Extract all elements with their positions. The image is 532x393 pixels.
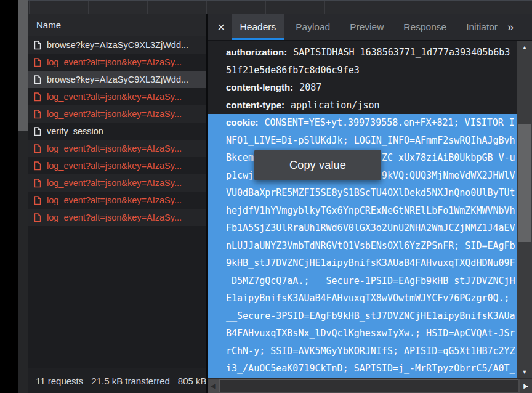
request-row[interactable]: log_event?alt=json&key=AIzaSy... — [28, 192, 206, 209]
header-value: NFO1_LIVE=Di-pSlUKdJk; LOGIN_INFO=AFmmF2… — [226, 135, 515, 146]
cookie-line: nLUJJaUNYZ3VmbTdNRGVtQ1VsbENsOXl6YzZPSnF… — [208, 237, 517, 255]
header-name: content-length: — [226, 82, 293, 92]
cookie-line: NFO1_LIVE=Di-pSlUKdJk; LOGIN_INFO=AFmmF2… — [208, 132, 517, 150]
scroll-down-icon[interactable]: ▼ — [517, 370, 532, 375]
header-value: VU0dBaXprRE5MZFI5SE8yS1BScTU4OXlDekd5NXJ… — [226, 187, 515, 198]
details-tab-bar: ✕ Headers Payload Preview — [208, 14, 532, 41]
tab-label: Headers — [240, 22, 276, 33]
cookie-line: hejdfV1hYVmgyblkyTGx6YnpCRExNeGtNRElLbFo… — [208, 202, 517, 220]
header-value: Fb1A5SjZ3UlRraUh1RWd6V0lGX3o2UnU2NHA2WmJ… — [226, 222, 515, 233]
details-tabs: Headers Payload Preview Response — [230, 14, 507, 40]
request-row[interactable]: log_event?alt=json&key=AIzaSy... — [28, 157, 206, 174]
header-value: E1aipyBnifsK3AUaB4FAHvuxqTX8wVOwtmWJYCFv… — [226, 293, 510, 304]
details-tab[interactable]: Initiator — [458, 14, 506, 40]
cookie-line: cookie:CONSENT=YES+yt.399739558.en+FX+82… — [208, 114, 517, 132]
request-row[interactable]: log_event?alt=json&key=AIzaSy... — [28, 140, 206, 157]
resources-size: 805 kB — [178, 376, 206, 386]
details-tab[interactable]: Headers — [232, 14, 284, 40]
file-icon — [34, 196, 41, 205]
network-overview-strip[interactable] — [28, 0, 532, 14]
header-line: content-length:2087 — [208, 79, 517, 97]
cookie-line: E1aipyBnifsK3AUaB4FAHvuxqTX8wVOwtmWJYCFv… — [208, 290, 517, 307]
cookie-line: Fb1A5SjZ3UlRraUh1RWd6V0lGX3o2UnU2NHA2WmJ… — [208, 219, 517, 237]
scroll-left-icon[interactable]: ◀ — [208, 379, 218, 393]
chevron-double-right-icon[interactable]: » — [507, 14, 514, 40]
transferred-size: 21.5 kB transferred — [91, 376, 170, 386]
cookie-line: rChN-y; SSID=AVK5MGyYbKORJNIfS; APISID=q… — [208, 342, 517, 360]
file-icon — [34, 213, 41, 222]
header-value: 9kHB_stJ7DVZNCjHE1aipyBnifsK3AUaB4FAHvux… — [226, 257, 515, 269]
horizontal-scrollbar[interactable]: ◀ ▶ — [208, 378, 532, 393]
request-list-pane: Name browse?key=AIzaSyC9XL3ZjWdd... — [28, 14, 208, 393]
header-value: _D5MZ7gQcQ7aA.; __Secure-1PSID=EAgFb9kHB… — [226, 275, 515, 286]
request-name: log_event?alt=json&key=AIzaSy... — [47, 178, 182, 188]
file-icon — [34, 110, 41, 119]
request-row[interactable]: log_event?alt=json&key=AIzaSy... — [28, 209, 206, 226]
status-bar: 11 requests 21.5 kB transferred 805 kB — [28, 368, 206, 393]
header-value: SAPISIDHASH 1638563771_1d777a393405b6b3 — [293, 47, 510, 58]
request-name: log_event?alt=json&key=AIzaSy... — [47, 57, 182, 67]
tab-label: Response — [403, 22, 446, 33]
tab-label: Payload — [296, 22, 330, 33]
devtools-network-panel: Name browse?key=AIzaSyC9XL3ZjWdd... — [28, 0, 532, 393]
request-row[interactable]: log_event?alt=json&key=AIzaSy... — [28, 105, 206, 123]
request-row[interactable]: log_event?alt=json&key=AIzaSy... — [28, 88, 206, 105]
tab-label: Initiator — [466, 22, 498, 33]
cookie-line: __Secure-3PSID=EAgFb9kHB_stJ7DVZNCjHE1ai… — [208, 307, 517, 325]
column-header-name[interactable]: Name — [28, 14, 206, 36]
header-value: 2087 — [299, 82, 321, 93]
request-name: verify_session — [47, 126, 103, 136]
header-name: content-type: — [226, 100, 284, 110]
page-scrollbar-thumb[interactable] — [18, 0, 28, 131]
file-icon — [34, 179, 41, 188]
details-tab[interactable]: Response — [395, 14, 454, 40]
header-value: 51f21e5de86fb7c8d06c9fe3 — [226, 65, 360, 76]
header-value: nLUJJaUNYZ3VmbTdNRGVtQ1VsbENsOXl6YzZPSnF… — [226, 240, 515, 251]
copy-value-label: Copy value — [289, 159, 346, 172]
file-icon — [34, 41, 41, 50]
headers-detail: authorization:SAPISIDHASH 1638563771_1d7… — [208, 41, 517, 379]
header-value: i3_/AuOC5eaK0719CkTnD; SAPISID=j_-MrRTpy… — [226, 363, 515, 374]
request-details-pane: ✕ Headers Payload Preview — [208, 14, 532, 393]
request-header-lines: authorization:SAPISIDHASH 1638563771_1d7… — [208, 44, 517, 114]
request-name: log_event?alt=json&key=AIzaSy... — [47, 109, 182, 119]
scroll-right-icon[interactable]: ▶ — [520, 379, 532, 393]
copy-value-menu-item[interactable]: Copy value — [254, 150, 381, 180]
file-icon — [34, 127, 41, 136]
request-row[interactable]: browse?key=AIzaSyC9XL3ZjWdd... — [28, 36, 206, 54]
cookie-line: i3_/AuOC5eaK0719CkTnD; SAPISID=j_-MrRTpy… — [208, 360, 517, 378]
request-name: log_event?alt=json&key=AIzaSy... — [47, 92, 182, 102]
close-icon[interactable]: ✕ — [212, 14, 230, 40]
header-value: rChN-y; SSID=AVK5MGyYbKORJNIfS; APISID=q… — [226, 346, 515, 357]
request-row[interactable]: log_event?alt=json&key=AIzaSy... — [28, 174, 206, 192]
devtools-screenshot: { "icons": { "close": "✕", "more_tabs": … — [0, 0, 532, 393]
header-name: authorization: — [226, 47, 287, 57]
horizontal-scrollbar-thumb[interactable] — [219, 379, 518, 392]
request-name: browse?key=AIzaSyC9XL3ZjWdd... — [47, 40, 188, 50]
file-icon — [34, 58, 41, 67]
request-row[interactable]: browse?key=AIzaSyC9XL3ZjWdd... — [28, 71, 206, 88]
file-icon — [34, 144, 41, 153]
file-icon — [34, 161, 41, 171]
header-value: B4FAHvuxqTXBsNx_lDvQclKghesxwIyXw.; HSID… — [226, 328, 515, 339]
vertical-scrollbar[interactable]: ▲ ▼ — [517, 41, 532, 379]
network-main-split: Name browse?key=AIzaSyC9XL3ZjWdd... — [28, 14, 532, 393]
header-name: cookie: — [226, 117, 259, 128]
file-icon — [34, 92, 41, 102]
header-line: authorization:SAPISIDHASH 1638563771_1d7… — [208, 44, 517, 62]
details-tab[interactable]: Preview — [342, 14, 392, 40]
headers-content: authorization:SAPISIDHASH 1638563771_1d7… — [208, 41, 532, 393]
header-line: 51f21e5de86fb7c8d06c9fe3 — [208, 62, 517, 79]
request-row[interactable]: log_event?alt=json&key=AIzaSy... — [28, 54, 206, 71]
details-tab[interactable]: Payload — [288, 14, 338, 40]
request-count: 11 requests — [36, 376, 83, 386]
request-list: browse?key=AIzaSyC9XL3ZjWdd... log_event… — [28, 36, 206, 368]
vertical-scrollbar-thumb[interactable] — [518, 124, 531, 242]
request-name: log_event?alt=json&key=AIzaSy... — [47, 144, 182, 153]
header-value: application/json — [291, 100, 380, 111]
request-row[interactable]: verify_session — [28, 123, 206, 140]
header-value: __Secure-3PSID=EAgFb9kHB_stJ7DVZNCjHE1ai… — [226, 310, 515, 322]
scroll-up-icon[interactable]: ▲ — [517, 45, 532, 51]
request-name: log_event?alt=json&key=AIzaSy... — [47, 161, 182, 171]
page-scrollbar[interactable] — [18, 0, 28, 393]
